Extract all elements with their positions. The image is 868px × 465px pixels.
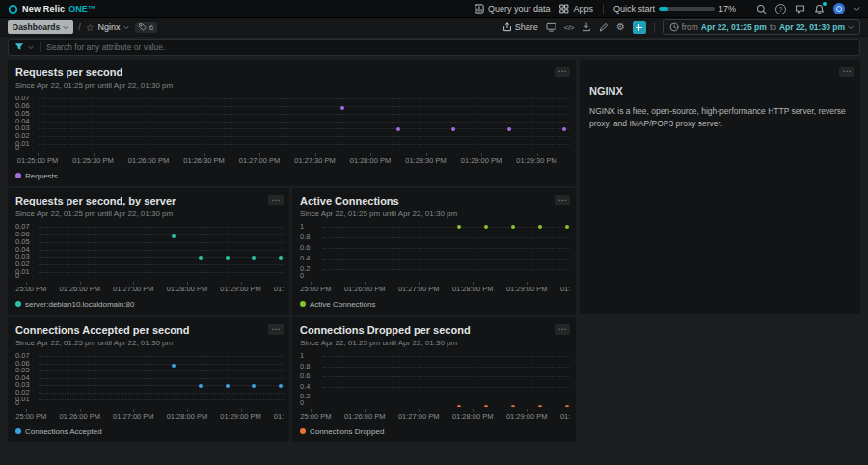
legend-swatch [15,301,21,307]
panel-menu-button[interactable]: ⋯ [268,195,284,205]
legend-item[interactable]: server:debian10.localdomain:80 [15,300,134,309]
share-label: Share [515,22,538,32]
chart-plot[interactable]: 0.070.060.050.040.030.020.010 [15,352,284,407]
x-tick-label: 01:27:00 PM [113,285,154,292]
gridline [39,128,570,129]
chart-plot[interactable]: 0.070.060.050.040.030.020.010 [15,95,570,151]
legend-item[interactable]: Requests [15,172,58,180]
download-button[interactable] [582,22,591,32]
x-tick-label: 01:29:00 PM [220,412,261,420]
breadcrumb-separator: / [78,22,81,32]
dashboard-name-dropdown[interactable]: Nginx [98,22,129,32]
chevron-down-icon [63,25,68,30]
separator [603,4,604,14]
gridline [39,364,284,365]
y-tick-label: 0.8 [300,361,310,369]
chart-x-axis: 01:25:00 PM01:26:00 PM01:27:00 PM01:28:0… [15,282,284,292]
y-tick-label: 0 [15,271,19,280]
separator [654,22,655,33]
tv-mode-button[interactable] [546,22,556,32]
gridline [39,234,284,235]
time-to-label: to [770,22,776,32]
x-tick-label: 01:27:30 PM [294,156,336,164]
help-button[interactable]: ? [775,4,786,14]
chart-x-axis: 01:25:00 PM01:26:00 PM01:27:00 PM01:28:0… [300,282,570,292]
chart-plot[interactable]: 0.070.060.050.040.030.020.010 [15,223,284,280]
apps-link[interactable]: Apps [559,4,593,14]
chart-panel-requests-by-server: Requests per second, by server Since Apr… [8,188,289,315]
panel-menu-button[interactable]: ⋯ [555,195,570,205]
brand-name: New Relic [22,4,65,14]
feedback-button[interactable] [795,4,805,14]
chart-panel-active-connections: Active Connections Since Apr 22, 01:25 p… [292,188,576,315]
chart-header: Requests per second, by server Since Apr… [15,195,176,218]
data-point [511,405,515,407]
chart-plot[interactable]: 10.80.60.40.20 [300,223,570,280]
newrelic-logo-icon [8,4,18,14]
panel-menu-button[interactable]: ⋯ [555,324,570,335]
quick-start-label: Quick start [613,4,655,14]
x-tick-label: 01:25:00 PM [15,412,46,420]
settings-button[interactable]: ⚙ [616,22,625,32]
legend-item[interactable]: Active Connections [300,300,375,309]
gridline [323,387,570,388]
avatar-ring-icon [836,6,842,12]
chart-title: Connections Dropped per second [300,324,471,336]
chart-header: Active Connections Since Apr 22, 01:25 p… [300,195,457,218]
gridline [39,370,284,371]
chart-legend: Requests [15,170,58,181]
x-tick-label: 01:25:00 PM [300,285,331,292]
x-tick-label: 01:28:00 PM [452,285,494,292]
legend-label: Requests [25,172,58,180]
legend-swatch [15,428,21,434]
dashboard-toolbar: Dashboards / ☆ Nginx 6 Share </> [0,18,868,37]
edit-button[interactable] [599,22,609,32]
x-tick-label: 01:30:00 PM [560,412,570,420]
favorite-star-icon[interactable]: ☆ [86,22,95,33]
user-menu-chevron[interactable] [854,6,860,12]
add-widget-button[interactable] [633,21,646,34]
data-point [252,256,256,260]
filter-bar [8,39,860,56]
user-menu-button[interactable] [833,3,845,14]
chart-legend: server:debian10.localdomain:80 [15,298,134,310]
legend-item[interactable]: Connections Dropped [300,427,384,436]
panel-menu-button[interactable]: ⋯ [268,324,284,335]
legend-swatch [300,301,306,307]
quickstart-fill [659,7,668,11]
x-tick-label: 01:29:00 PM [220,285,261,292]
chart-header: Requests per second Since Apr 22, 01:25 … [15,67,173,90]
dashboards-dropdown-button[interactable]: Dashboards [8,20,73,34]
panel-menu-button[interactable]: ⋯ [555,67,570,77]
plus-icon [635,23,643,32]
data-point [565,225,569,229]
query-your-data-link[interactable]: Query your data [475,4,551,14]
newrelic-home-link[interactable]: New Relic ONE™ [8,4,96,14]
share-button[interactable]: Share [502,22,538,32]
data-point [484,225,488,229]
data-point [484,405,488,407]
chart-plot[interactable]: 10.80.60.40.20 [300,352,570,407]
gridline [39,144,570,145]
quick-start-progress[interactable]: Quick start 17% [613,4,736,14]
chevron-down-icon [848,25,854,30]
attribute-search-input[interactable] [46,42,854,52]
embed-code-button[interactable]: </> [564,23,574,32]
data-point [172,234,176,238]
gridline [323,227,570,228]
data-point [252,384,256,388]
legend-item[interactable]: Connections Accepted [15,427,102,436]
panel-menu-button[interactable]: ⋯ [839,67,854,77]
x-tick-label: 01:27:00 PM [398,285,440,292]
x-tick-label: 01:30:00 PM [274,412,284,420]
notifications-button[interactable] [814,4,825,14]
data-point [538,225,542,229]
filter-funnel-icon[interactable] [14,42,24,52]
search-button[interactable] [756,4,767,14]
time-range-picker[interactable]: from Apr 22, 01:25 pm to Apr 22, 01:30 p… [663,19,860,35]
filter-dropdown-chevron[interactable] [28,45,34,50]
app-window: New Relic ONE™ Query your data Apps Quic… [0,0,868,465]
tags-badge[interactable]: 6 [135,22,157,33]
gridline [39,257,284,258]
apps-grid-icon [559,4,569,14]
